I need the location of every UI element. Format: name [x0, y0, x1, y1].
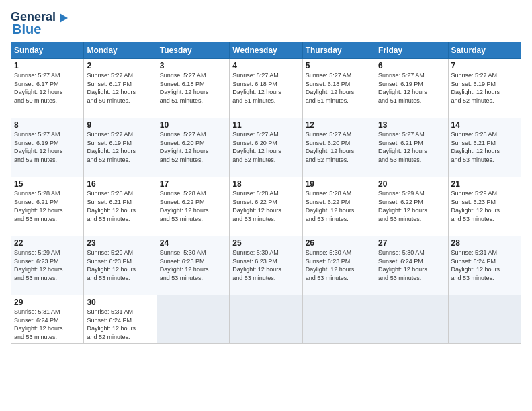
day-info: Sunrise: 5:27 AM Sunset: 6:19 PM Dayligh… [87, 130, 153, 164]
calendar-cell: 4Sunrise: 5:27 AM Sunset: 6:18 PM Daylig… [230, 59, 302, 118]
day-info: Sunrise: 5:28 AM Sunset: 6:22 PM Dayligh… [232, 189, 299, 223]
calendar-cell: 15Sunrise: 5:28 AM Sunset: 6:21 PM Dayli… [11, 177, 84, 236]
day-number: 25 [232, 238, 299, 248]
day-number: 2 [87, 61, 153, 71]
calendar-cell: 2Sunrise: 5:27 AM Sunset: 6:17 PM Daylig… [84, 59, 157, 118]
day-number: 22 [14, 238, 81, 248]
day-info: Sunrise: 5:27 AM Sunset: 6:19 PM Dayligh… [14, 130, 81, 164]
calendar-cell: 16Sunrise: 5:28 AM Sunset: 6:21 PM Dayli… [84, 177, 157, 236]
calendar-cell: 11Sunrise: 5:27 AM Sunset: 6:20 PM Dayli… [230, 118, 302, 177]
day-number: 17 [160, 179, 226, 189]
day-info: Sunrise: 5:27 AM Sunset: 6:20 PM Dayligh… [232, 130, 299, 164]
logo-blue: Blue [12, 21, 41, 36]
day-info: Sunrise: 5:29 AM Sunset: 6:23 PM Dayligh… [451, 189, 518, 223]
day-number: 3 [160, 61, 226, 71]
calendar-cell: 19Sunrise: 5:28 AM Sunset: 6:22 PM Dayli… [302, 177, 375, 236]
calendar-cell: 7Sunrise: 5:27 AM Sunset: 6:19 PM Daylig… [448, 59, 521, 118]
calendar-cell: 17Sunrise: 5:28 AM Sunset: 6:22 PM Dayli… [157, 177, 229, 236]
calendar-cell [375, 295, 448, 344]
calendar-cell: 21Sunrise: 5:29 AM Sunset: 6:23 PM Dayli… [448, 177, 521, 236]
calendar-cell: 12Sunrise: 5:27 AM Sunset: 6:20 PM Dayli… [302, 118, 375, 177]
calendar-cell: 26Sunrise: 5:30 AM Sunset: 6:23 PM Dayli… [302, 236, 375, 295]
day-number: 23 [87, 238, 153, 248]
weekday-header: Saturday [448, 42, 521, 59]
calendar-cell: 1Sunrise: 5:27 AM Sunset: 6:17 PM Daylig… [11, 59, 84, 118]
day-number: 11 [232, 120, 299, 130]
day-info: Sunrise: 5:29 AM Sunset: 6:22 PM Dayligh… [378, 189, 445, 223]
day-number: 28 [451, 238, 518, 248]
day-info: Sunrise: 5:27 AM Sunset: 6:18 PM Dayligh… [160, 71, 226, 105]
svg-marker-0 [60, 13, 68, 23]
day-info: Sunrise: 5:27 AM Sunset: 6:17 PM Dayligh… [14, 71, 81, 105]
calendar-cell: 30Sunrise: 5:31 AM Sunset: 6:24 PM Dayli… [84, 295, 157, 344]
day-number: 24 [160, 238, 226, 248]
calendar-header-row: SundayMondayTuesdayWednesdayThursdayFrid… [11, 42, 521, 59]
calendar-cell: 25Sunrise: 5:30 AM Sunset: 6:23 PM Dayli… [230, 236, 302, 295]
calendar-cell: 20Sunrise: 5:29 AM Sunset: 6:22 PM Dayli… [375, 177, 448, 236]
day-info: Sunrise: 5:31 AM Sunset: 6:24 PM Dayligh… [451, 248, 518, 282]
day-info: Sunrise: 5:27 AM Sunset: 6:20 PM Dayligh… [160, 130, 226, 164]
day-number: 9 [87, 120, 153, 130]
calendar-cell: 23Sunrise: 5:29 AM Sunset: 6:23 PM Dayli… [84, 236, 157, 295]
day-number: 26 [306, 238, 372, 248]
calendar-cell: 22Sunrise: 5:29 AM Sunset: 6:23 PM Dayli… [11, 236, 84, 295]
calendar-cell: 5Sunrise: 5:27 AM Sunset: 6:18 PM Daylig… [302, 59, 375, 118]
day-info: Sunrise: 5:27 AM Sunset: 6:18 PM Dayligh… [232, 71, 299, 105]
weekday-header: Monday [84, 42, 157, 59]
logo-icon [57, 12, 69, 24]
day-number: 16 [87, 179, 153, 189]
day-info: Sunrise: 5:29 AM Sunset: 6:23 PM Dayligh… [14, 248, 81, 282]
calendar-cell: 3Sunrise: 5:27 AM Sunset: 6:18 PM Daylig… [157, 59, 229, 118]
day-info: Sunrise: 5:28 AM Sunset: 6:22 PM Dayligh… [160, 189, 226, 223]
calendar-cell [448, 295, 521, 344]
calendar-cell: 24Sunrise: 5:30 AM Sunset: 6:23 PM Dayli… [157, 236, 229, 295]
calendar-cell: 27Sunrise: 5:30 AM Sunset: 6:24 PM Dayli… [375, 236, 448, 295]
weekday-header: Wednesday [230, 42, 302, 59]
calendar-cell: 28Sunrise: 5:31 AM Sunset: 6:24 PM Dayli… [448, 236, 521, 295]
day-info: Sunrise: 5:27 AM Sunset: 6:21 PM Dayligh… [378, 130, 445, 164]
calendar-cell: 8Sunrise: 5:27 AM Sunset: 6:19 PM Daylig… [11, 118, 84, 177]
day-number: 5 [306, 61, 372, 71]
calendar-cell: 13Sunrise: 5:27 AM Sunset: 6:21 PM Dayli… [375, 118, 448, 177]
calendar-cell: 9Sunrise: 5:27 AM Sunset: 6:19 PM Daylig… [84, 118, 157, 177]
day-number: 20 [378, 179, 445, 189]
day-number: 13 [378, 120, 445, 130]
day-info: Sunrise: 5:27 AM Sunset: 6:17 PM Dayligh… [87, 71, 153, 105]
day-number: 10 [160, 120, 226, 130]
calendar-cell [230, 295, 302, 344]
day-number: 4 [232, 61, 299, 71]
calendar-cell [302, 295, 375, 344]
day-info: Sunrise: 5:27 AM Sunset: 6:19 PM Dayligh… [378, 71, 445, 105]
day-info: Sunrise: 5:30 AM Sunset: 6:24 PM Dayligh… [378, 248, 445, 282]
weekday-header: Tuesday [157, 42, 229, 59]
calendar-cell: 14Sunrise: 5:28 AM Sunset: 6:21 PM Dayli… [448, 118, 521, 177]
calendar-cell: 10Sunrise: 5:27 AM Sunset: 6:20 PM Dayli… [157, 118, 229, 177]
logo: General Blue [11, 11, 69, 36]
day-info: Sunrise: 5:28 AM Sunset: 6:21 PM Dayligh… [451, 130, 518, 164]
day-info: Sunrise: 5:28 AM Sunset: 6:22 PM Dayligh… [306, 189, 372, 223]
header: General Blue [11, 11, 521, 36]
day-info: Sunrise: 5:27 AM Sunset: 6:20 PM Dayligh… [306, 130, 372, 164]
day-info: Sunrise: 5:27 AM Sunset: 6:18 PM Dayligh… [306, 71, 372, 105]
day-number: 1 [14, 61, 81, 71]
page-container: General Blue SundayMondayTuesdayWednesda… [0, 0, 532, 411]
day-number: 18 [232, 179, 299, 189]
calendar-week-row: 1Sunrise: 5:27 AM Sunset: 6:17 PM Daylig… [11, 59, 521, 118]
calendar-week-row: 15Sunrise: 5:28 AM Sunset: 6:21 PM Dayli… [11, 177, 521, 236]
day-info: Sunrise: 5:27 AM Sunset: 6:19 PM Dayligh… [451, 71, 518, 105]
day-number: 30 [87, 298, 153, 307]
day-info: Sunrise: 5:29 AM Sunset: 6:23 PM Dayligh… [87, 248, 153, 282]
calendar-week-row: 22Sunrise: 5:29 AM Sunset: 6:23 PM Dayli… [11, 236, 521, 295]
calendar-cell [157, 295, 229, 344]
day-number: 14 [451, 120, 518, 130]
weekday-header: Thursday [302, 42, 375, 59]
day-number: 8 [14, 120, 81, 130]
calendar-cell: 29Sunrise: 5:31 AM Sunset: 6:24 PM Dayli… [11, 295, 84, 344]
calendar-cell: 6Sunrise: 5:27 AM Sunset: 6:19 PM Daylig… [375, 59, 448, 118]
day-info: Sunrise: 5:28 AM Sunset: 6:21 PM Dayligh… [87, 189, 153, 223]
calendar-cell: 18Sunrise: 5:28 AM Sunset: 6:22 PM Dayli… [230, 177, 302, 236]
weekday-header: Sunday [11, 42, 84, 59]
day-number: 29 [14, 298, 81, 307]
day-number: 21 [451, 179, 518, 189]
day-number: 7 [451, 61, 518, 71]
